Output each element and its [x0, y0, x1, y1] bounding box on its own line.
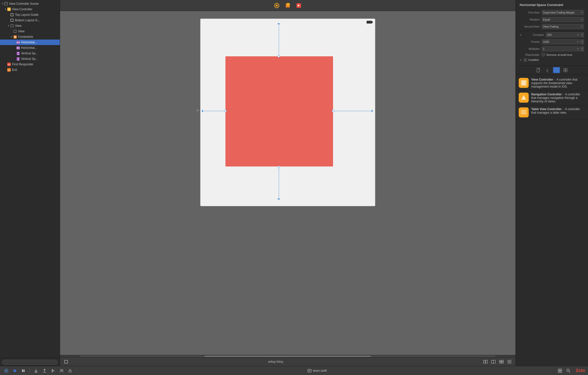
installed-check-area: ✓ Installed [524, 58, 539, 62]
installed-text: Installed [528, 58, 539, 61]
v-constraint-2-icon [16, 57, 20, 61]
placeholder-row: Placeholder Remove at build time [520, 53, 584, 56]
stop-btn[interactable] [12, 367, 18, 374]
run-btn[interactable] [3, 367, 10, 374]
obj-tab-grid[interactable] [562, 67, 569, 73]
branch-btn[interactable] [50, 367, 56, 374]
second-item-dropdown[interactable]: View.Trailing ▼ [542, 24, 584, 29]
obj-tab-file[interactable] [535, 67, 542, 73]
sidebar-item-v-constraint-1[interactable]: Vertical Sp... [0, 51, 60, 56]
size-class-label: wAny hAny [268, 360, 283, 363]
sidebar-item-v-constraint-2[interactable]: Vertical Sp... [0, 56, 60, 62]
toolbar-magnify-btn[interactable] [565, 367, 572, 374]
installed-checkbox[interactable]: ✓ [524, 58, 527, 62]
obj-library-tabs: {} i [516, 66, 588, 75]
sidebar-item-constraints[interactable]: ⊞ Constraints [0, 34, 60, 40]
canvas-layout-btn-1[interactable] [482, 359, 488, 365]
sidebar-item-first-responder[interactable]: FR First Responder [0, 62, 60, 67]
constant-stepper[interactable]: ▲ ▼ [580, 32, 584, 37]
battery-icon [367, 21, 372, 24]
sidebar-item-h-constraint-1[interactable]: Horizontal... [0, 40, 60, 45]
h-constraint-left-line [202, 111, 225, 111]
constraint-title: Horizontal Space Constraint [520, 3, 584, 7]
constraints-label: Constraints [18, 35, 33, 39]
arrow-view-parent [7, 24, 10, 27]
share-btn[interactable] [67, 367, 73, 374]
priority-stepper[interactable]: ▲ ▼ [580, 39, 584, 44]
priority-label: Priority [520, 40, 540, 43]
constant-stepper-up[interactable]: ▲ [580, 32, 584, 35]
sidebar-item-scene[interactable]: View Controller Scene [0, 1, 60, 7]
canvas-layout-btn-3[interactable] [498, 359, 504, 365]
priority-stepper-up[interactable]: ▲ [580, 39, 584, 42]
svg-rect-33 [287, 3, 290, 6]
sidebar-search-input[interactable] [2, 360, 58, 365]
h-constraint-2-label: Horizontal... [21, 46, 37, 50]
pause-btn[interactable] [20, 367, 27, 374]
toolbar-cube-btn[interactable] [284, 2, 291, 9]
svg-rect-83 [560, 369, 562, 370]
svg-rect-59 [521, 112, 526, 113]
h-constraint-right-cap [372, 110, 373, 112]
top-handle [278, 55, 280, 57]
constant-value: 100 [547, 33, 551, 36]
svg-rect-51 [564, 68, 565, 70]
canvas-scroll-area[interactable]: ▶ [60, 11, 515, 355]
constant-control: 100 ▼ ▲ ▼ [546, 32, 584, 37]
obj-tab-code-label: {} [546, 68, 548, 72]
obj-tab-code[interactable]: {} [544, 67, 551, 73]
canvas-add-btn[interactable] [506, 359, 512, 365]
sidebar-item-top-layout[interactable]: Top Layout Guide [0, 12, 60, 18]
sidebar-item-h-constraint-2[interactable]: Horizontal... [0, 45, 60, 51]
arrow-constraints [10, 35, 13, 38]
canvas-scrollbar[interactable] [60, 355, 515, 357]
toolbar-circle-btn[interactable] [273, 2, 280, 9]
svg-point-75 [62, 369, 63, 370]
multiplier-stepper[interactable]: ▲ ▼ [580, 46, 584, 51]
toolbar-grid-btn[interactable] [557, 367, 563, 374]
top-layout-icon [10, 13, 14, 17]
svg-rect-60 [521, 113, 526, 114]
first-item-value: Superview.Trailing Margin [543, 11, 574, 14]
collapse-arrow[interactable]: ▶ [197, 108, 199, 112]
svg-rect-0 [5, 2, 8, 5]
sidebar: View Controller Scene View Controller To… [0, 0, 60, 366]
sidebar-item-bottom-layout[interactable]: Bottom Layout G... [0, 18, 60, 23]
obj-name-nav: Navigation Controller – A controller tha… [531, 93, 585, 103]
relation-dropdown[interactable]: Equal ▼ [542, 17, 584, 22]
placeholder-checkbox[interactable] [542, 53, 545, 56]
toolbar-arrow-btn[interactable] [295, 2, 302, 9]
download-btn[interactable] [33, 367, 39, 374]
canvas-layout-btn-2[interactable] [490, 359, 496, 365]
relation-label: Relation [520, 18, 540, 21]
constraint-inspector: Horizontal Space Constraint First Item S… [516, 0, 588, 66]
toolbar-sep-2 [76, 368, 77, 373]
multiplier-stepper-down[interactable]: ▼ [580, 49, 584, 51]
upload-btn[interactable] [41, 367, 48, 374]
constant-dropdown[interactable]: 100 ▼ [546, 32, 580, 37]
obj-item-nav-controller[interactable]: Navigation Controller – A controller tha… [516, 91, 588, 105]
obj-icon-vc [519, 78, 529, 88]
first-responder-label: First Responder [12, 63, 33, 66]
svg-rect-3 [8, 8, 10, 11]
first-item-dropdown[interactable]: Superview.Trailing Margin ▼ [542, 10, 584, 15]
priority-arrow: ▼ [577, 41, 579, 43]
sidebar-item-vc[interactable]: View Controller [0, 7, 60, 12]
canvas-square-btn[interactable] [63, 359, 69, 365]
multiplier-dropdown[interactable]: 1 ▼ [542, 46, 580, 51]
multiplier-stepper-up[interactable]: ▲ [580, 46, 584, 49]
constant-stepper-down[interactable]: ▼ [580, 35, 584, 37]
view-child-icon [13, 29, 17, 33]
obj-item-table-controller[interactable]: Table View Controller – A controller tha… [516, 105, 588, 120]
constant-plus-icon: + [520, 33, 524, 37]
priority-stepper-down[interactable]: ▼ [580, 42, 584, 44]
priority-dropdown[interactable]: 1000 ▼ [542, 39, 580, 44]
sidebar-item-exit[interactable]: EX Exit [0, 67, 60, 73]
obj-icon-table [519, 107, 529, 117]
h-constraint-2-icon [16, 46, 20, 50]
people-btn[interactable] [58, 367, 65, 374]
sidebar-item-view-child[interactable]: View [0, 29, 60, 34]
sidebar-item-view-parent[interactable]: View [0, 23, 60, 29]
obj-tab-info[interactable]: i [553, 67, 560, 73]
obj-item-view-controller[interactable]: View Controller – A controller that supp… [516, 76, 588, 91]
